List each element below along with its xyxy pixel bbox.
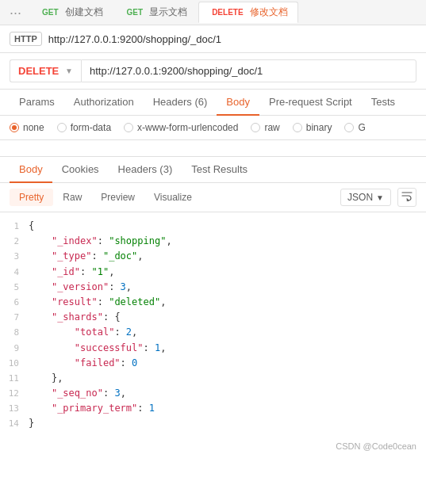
chevron-down-icon: ▼: [376, 193, 384, 202]
body-type-label-binary: binary: [306, 122, 332, 133]
line-content: "_id": "1",: [29, 265, 426, 280]
body-type-label-none: none: [23, 122, 44, 133]
line-number: 12: [0, 387, 29, 401]
body-type-none[interactable]: none: [10, 122, 44, 133]
top-tab-bar: ··· GET创建文档GET显示文档DELETE修改文档: [0, 0, 426, 25]
method-badge: DELETE: [209, 7, 246, 17]
tab-label: 显示文档: [149, 6, 187, 17]
body-type-label-form-data: form-data: [71, 122, 111, 133]
body-type-label-x-www-form-urlencoded: x-www-form-urlencoded: [137, 122, 238, 133]
watermark: CSDN @Code0cean: [0, 438, 426, 454]
view-tab-preview[interactable]: Preview: [91, 189, 144, 206]
line-number: 13: [0, 402, 29, 416]
code-line-7: 7 "_shards": {: [0, 310, 426, 325]
view-tab-raw[interactable]: Raw: [53, 189, 91, 206]
line-content: "result": "deleted",: [29, 295, 426, 310]
line-content: "_index": "shopping",: [29, 234, 426, 249]
line-content: }: [29, 416, 426, 431]
radio-dot-none: [10, 123, 19, 132]
radio-dot-x-www-form-urlencoded: [124, 123, 133, 132]
code-line-13: 13 "_primary_term": 1: [0, 401, 426, 416]
code-line-9: 9 "successful": 1,: [0, 341, 426, 356]
radio-dot-raw: [251, 123, 260, 132]
format-label: JSON: [347, 192, 373, 203]
sub-tab-params[interactable]: Params: [10, 90, 64, 116]
response-tab-test-results[interactable]: Test Results: [182, 157, 257, 183]
sub-tab-authorization[interactable]: Authorization: [64, 90, 144, 116]
code-line-6: 6 "result": "deleted",: [0, 295, 426, 310]
tab-label: 修改文档: [250, 6, 288, 17]
line-number: 7: [0, 311, 29, 325]
method-select[interactable]: DELETE ▼: [10, 59, 81, 82]
response-tabs: BodyCookiesHeaders (3)Test Results: [0, 157, 426, 183]
method-badge: GET: [124, 7, 147, 17]
tab-label: 创建文档: [65, 6, 103, 17]
line-number: 11: [0, 372, 29, 386]
top-tab-tab2[interactable]: GET显示文档: [114, 2, 198, 22]
http-badge: HTTP: [10, 32, 42, 46]
sub-tab-tests[interactable]: Tests: [362, 90, 405, 116]
line-content: "successful": 1,: [29, 341, 426, 356]
top-tab-tab3[interactable]: DELETE修改文档: [198, 2, 297, 23]
response-tab-cookies[interactable]: Cookies: [52, 157, 109, 183]
format-select[interactable]: JSON▼: [340, 189, 391, 206]
line-number: 2: [0, 235, 29, 249]
code-line-2: 2 "_index": "shopping",: [0, 234, 426, 249]
response-tab-body[interactable]: Body: [10, 157, 52, 183]
sub-tab-headers--6-[interactable]: Headers (6): [144, 90, 217, 116]
method-label: DELETE: [18, 65, 59, 77]
dots-menu[interactable]: ···: [6, 6, 25, 20]
wrap-icon[interactable]: [397, 188, 416, 207]
body-type-label-raw: raw: [264, 122, 279, 133]
request-row: DELETE ▼: [0, 53, 426, 90]
line-content: {: [29, 219, 426, 234]
radio-dot-binary: [293, 123, 302, 132]
line-number: 8: [0, 326, 29, 340]
body-type-raw[interactable]: raw: [251, 122, 279, 133]
code-line-4: 4 "_id": "1",: [0, 265, 426, 280]
radio-dot-graphql: [344, 123, 354, 132]
sub-tab-pre-request-script[interactable]: Pre-request Script: [259, 90, 362, 116]
body-type-binary[interactable]: binary: [293, 122, 332, 133]
line-content: "_shards": {: [29, 310, 426, 325]
line-content: "_type": "_doc",: [29, 249, 426, 264]
line-content: "_version": 3,: [29, 280, 426, 295]
body-types: noneform-datax-www-form-urlencodedrawbin…: [0, 116, 426, 140]
code-line-1: 1{: [0, 219, 426, 234]
body-type-label-graphql: G: [358, 122, 365, 133]
method-badge: GET: [39, 7, 62, 17]
radio-dot-form-data: [57, 123, 67, 132]
top-tab-tab1[interactable]: GET创建文档: [29, 2, 113, 22]
line-number: 9: [0, 342, 29, 356]
sub-tab-body[interactable]: Body: [217, 90, 259, 116]
view-tab-pretty[interactable]: Pretty: [10, 189, 53, 206]
code-viewer: 1{2 "_index": "shopping",3 "_type": "_do…: [0, 212, 426, 438]
url-display: http://127.0.0.1:9200/shopping/_doc/1: [48, 33, 221, 45]
line-number: 5: [0, 281, 29, 295]
response-section: BodyCookiesHeaders (3)Test Results Prett…: [0, 156, 426, 438]
view-tabs: PrettyRawPreviewVisualizeJSON▼: [0, 183, 426, 212]
url-bar: HTTP http://127.0.0.1:9200/shopping/_doc…: [0, 25, 426, 53]
line-content: },: [29, 371, 426, 386]
line-number: 10: [0, 357, 29, 371]
line-number: 14: [0, 417, 29, 431]
response-tab-headers--3-[interactable]: Headers (3): [109, 157, 182, 183]
line-number: 1: [0, 220, 29, 234]
line-number: 3: [0, 250, 29, 264]
body-type-x-www-form-urlencoded[interactable]: x-www-form-urlencoded: [124, 122, 238, 133]
body-type-graphql[interactable]: G: [344, 122, 365, 133]
code-line-3: 3 "_type": "_doc",: [0, 249, 426, 264]
line-content: "_seq_no": 3,: [29, 386, 426, 401]
chevron-down-icon: ▼: [65, 67, 73, 75]
http-label: HTTP: [14, 34, 37, 44]
line-content: "_primary_term": 1: [29, 401, 426, 416]
code-line-14: 14}: [0, 416, 426, 431]
code-line-5: 5 "_version": 3,: [0, 280, 426, 295]
body-type-form-data[interactable]: form-data: [57, 122, 111, 133]
code-line-12: 12 "_seq_no": 3,: [0, 386, 426, 401]
code-line-11: 11 },: [0, 371, 426, 386]
line-number: 6: [0, 296, 29, 310]
view-tab-visualize[interactable]: Visualize: [144, 189, 201, 206]
url-input[interactable]: [81, 59, 416, 82]
line-number: 4: [0, 265, 29, 280]
